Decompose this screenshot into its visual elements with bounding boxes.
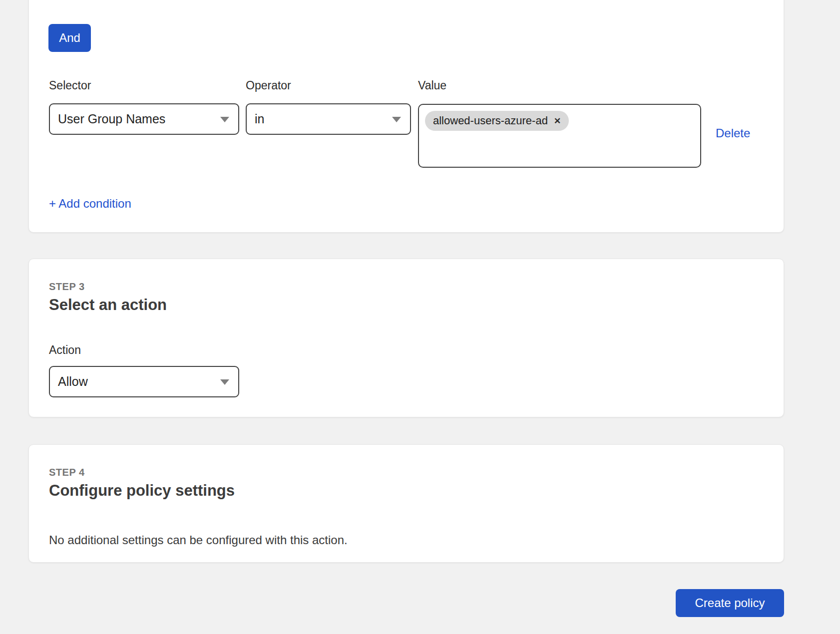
- remove-tag-icon[interactable]: ✕: [554, 117, 561, 125]
- policy-settings-card: STEP 4 Configure policy settings No addi…: [28, 444, 784, 563]
- policy-builder-page: { "colors": { "primary_button": "#2254c5…: [0, 0, 840, 634]
- action-dropdown[interactable]: Allow: [49, 366, 239, 397]
- selector-label: Selector: [49, 78, 91, 92]
- action-label: Action: [49, 343, 81, 357]
- no-settings-message: No additional settings can be configured…: [49, 533, 348, 548]
- value-label: Value: [418, 78, 446, 92]
- configure-policy-settings-title: Configure policy settings: [49, 481, 235, 501]
- select-action-card: STEP 3 Select an action Action Allow: [28, 259, 784, 417]
- value-tag: allowed-users-azure-ad ✕: [425, 111, 569, 131]
- conditions-card: And Selector Operator Value User Group N…: [28, 0, 784, 233]
- value-multiselect-input[interactable]: allowed-users-azure-ad ✕: [418, 104, 701, 168]
- operator-label: Operator: [246, 78, 291, 92]
- selector-dropdown-value: User Group Names: [58, 112, 165, 126]
- and-condition-button[interactable]: And: [48, 24, 91, 52]
- select-action-title: Select an action: [49, 295, 167, 315]
- add-condition-link[interactable]: + Add condition: [49, 197, 131, 211]
- action-dropdown-value: Allow: [58, 374, 88, 389]
- delete-condition-link[interactable]: Delete: [716, 126, 750, 140]
- operator-dropdown-value: in: [255, 112, 264, 126]
- caret-down-icon: [392, 117, 401, 122]
- value-tag-text: allowed-users-azure-ad: [433, 114, 548, 127]
- selector-dropdown[interactable]: User Group Names: [49, 103, 239, 135]
- step-3-label: STEP 3: [49, 281, 85, 293]
- caret-down-icon: [220, 379, 229, 385]
- operator-dropdown[interactable]: in: [246, 103, 411, 135]
- create-policy-button[interactable]: Create policy: [676, 589, 784, 617]
- step-4-label: STEP 4: [49, 467, 85, 478]
- caret-down-icon: [220, 117, 229, 122]
